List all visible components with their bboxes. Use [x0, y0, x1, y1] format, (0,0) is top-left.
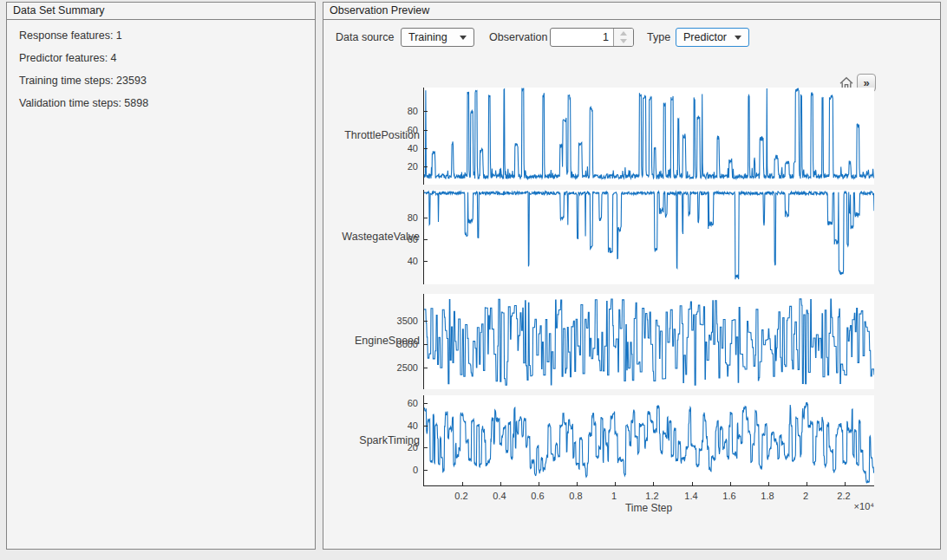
observation-input[interactable] — [551, 29, 613, 46]
predictor-features-stat: Predictor features: 4 — [19, 52, 117, 64]
x-tick — [615, 482, 616, 485]
y-tick — [424, 166, 428, 167]
subplot-SparkTiming[interactable] — [423, 395, 874, 486]
y-tick — [424, 130, 428, 131]
y-tick — [424, 368, 428, 368]
signal-line-EngineSpeed — [424, 294, 874, 389]
x-tick — [768, 482, 769, 485]
type-dropdown[interactable]: Predictor — [676, 28, 749, 47]
observation-preview-title: Observation Preview — [330, 4, 429, 16]
y-tick-label: 0 — [378, 465, 418, 475]
y-tick — [424, 447, 428, 448]
x-tick-label: 0.8 — [560, 491, 591, 501]
x-tick — [577, 482, 578, 485]
y-tick — [424, 148, 428, 149]
type-label: Type — [647, 28, 670, 47]
y-tick-label: 3000 — [378, 339, 418, 349]
x-tick-label: 1.2 — [637, 491, 668, 501]
data-source-label: Data source — [336, 28, 394, 47]
subplot-WastegateValve[interactable] — [423, 190, 874, 284]
y-tick — [424, 218, 428, 218]
x-tick-label: 0.6 — [522, 491, 553, 501]
y-tick-label: 40 — [378, 420, 418, 431]
x-tick-label: 1.4 — [676, 491, 707, 501]
observation-label: Observation — [489, 28, 547, 47]
y-tick — [424, 403, 428, 404]
data-set-summary-panel: Data Set Summary Response features: 1 Pr… — [6, 2, 316, 550]
response-features-stat: Response features: 1 — [19, 29, 122, 42]
y-tick-label: 2500 — [378, 362, 418, 373]
x-axis-label: Time Step — [605, 502, 692, 514]
y-tick — [424, 261, 428, 262]
data-source-dropdown[interactable]: Training — [401, 28, 474, 47]
observation-spin-buttons[interactable] — [613, 29, 633, 46]
observation-preview-header: Observation Preview — [323, 3, 940, 20]
spin-up-icon[interactable] — [620, 31, 627, 36]
x-tick-label: 2 — [790, 491, 821, 501]
y-tick — [424, 321, 428, 322]
x-tick-label: 0.4 — [484, 491, 515, 501]
y-tick-label: 20 — [378, 161, 418, 172]
signal-line-ThrottlePosition — [424, 88, 874, 185]
y-tick-label: 20 — [378, 442, 418, 453]
x-tick — [539, 482, 539, 485]
y-tick — [424, 239, 428, 240]
y-tick-label: 80 — [378, 212, 418, 223]
x-tick-label: 1.8 — [752, 491, 783, 501]
spin-down-icon[interactable] — [620, 39, 627, 43]
data-set-summary-header: Data Set Summary — [7, 3, 315, 20]
x-tick — [692, 482, 693, 485]
y-tick — [424, 111, 428, 112]
y-tick-label: 40 — [378, 256, 418, 266]
training-time-steps-stat: Training time steps: 23593 — [19, 75, 147, 87]
subplot-ThrottlePosition[interactable] — [423, 88, 874, 185]
y-tick-label: 80 — [378, 106, 418, 116]
observation-spinner[interactable] — [550, 28, 634, 47]
validation-time-steps-stat: Validation time steps: 5898 — [19, 97, 148, 109]
observation-preview-panel: Observation Preview Data source Training… — [323, 2, 941, 550]
x-tick — [500, 482, 501, 485]
y-tick — [424, 470, 428, 471]
x-axis-multiplier: ×10⁴ — [831, 501, 874, 511]
y-tick-label: 3500 — [378, 316, 418, 326]
x-tick-label: 0.2 — [446, 491, 477, 501]
data-set-summary-title: Data Set Summary — [13, 4, 105, 16]
subplot-EngineSpeed[interactable] — [423, 294, 874, 389]
x-tick — [807, 482, 807, 485]
y-tick-label: 40 — [378, 143, 418, 153]
y-tick-label: 60 — [378, 398, 418, 408]
x-tick — [730, 482, 731, 485]
x-tick-label: 1 — [598, 491, 630, 501]
data-source-value: Training — [408, 31, 447, 43]
y-tick — [424, 344, 428, 345]
x-tick-label: 1.6 — [714, 491, 745, 501]
signal-line-SparkTiming — [424, 395, 874, 486]
type-value: Predictor — [683, 31, 727, 43]
signal-line-WastegateValve — [424, 190, 874, 284]
y-tick-label: 60 — [378, 125, 418, 135]
x-tick-label: 2.2 — [828, 491, 859, 501]
y-tick-label: 60 — [378, 234, 418, 244]
y-tick — [424, 426, 428, 427]
chevron-down-icon — [460, 36, 467, 40]
x-tick — [653, 482, 654, 485]
x-tick — [462, 482, 463, 485]
chevron-down-icon — [735, 36, 741, 40]
x-tick — [845, 482, 846, 485]
